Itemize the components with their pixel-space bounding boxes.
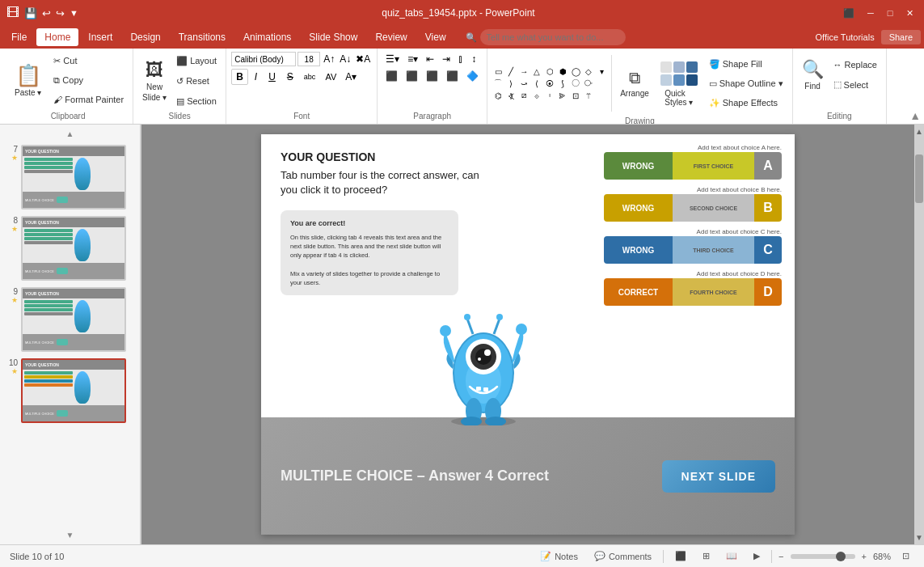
shape-effects-button[interactable]: ✨Shape Effects	[705, 94, 787, 112]
choice-b-button[interactable]: WRONG SECOND CHOICE B	[604, 194, 782, 222]
scroll-up[interactable]: ▲	[3, 128, 137, 140]
office-tutorials-link[interactable]: Office Tutorials	[815, 32, 874, 42]
menu-review[interactable]: Review	[367, 28, 415, 46]
choice-c-button[interactable]: WRONG THIRD CHOICE C	[604, 236, 782, 264]
menu-animations[interactable]: Animations	[235, 28, 299, 46]
notes-button[interactable]: 📝 Notes	[535, 549, 583, 563]
quick-styles-button[interactable]: QuickStyles ▾	[655, 61, 703, 106]
view-normal[interactable]: ⬛	[670, 549, 691, 563]
underline-button[interactable]: U	[264, 69, 281, 85]
shape3-4[interactable]: ⟐	[531, 90, 542, 101]
shape2-3[interactable]: ⤻	[518, 78, 530, 89]
layout-button[interactable]: ⬛ Layout	[172, 52, 221, 70]
menu-view[interactable]: View	[417, 28, 454, 46]
shape-hex[interactable]: ⬢	[557, 66, 568, 77]
shape3-6[interactable]: ⫸	[557, 90, 568, 101]
choice-d-button[interactable]: CORRECT FOURTH CHOICE D	[604, 278, 782, 306]
shape-ellipse[interactable]: ◯	[570, 66, 581, 77]
cut-button[interactable]: ✂Cut	[49, 52, 128, 70]
slide-8-thumbnail[interactable]: YOUR QUESTION	[21, 216, 126, 281]
zoom-increase[interactable]: +	[862, 552, 867, 561]
bullet-list[interactable]: ☰▾	[382, 52, 403, 66]
menu-insert[interactable]: Insert	[80, 28, 120, 46]
replace-button[interactable]: ↔ Replace	[829, 56, 881, 74]
font-color-button[interactable]: A▾	[342, 70, 360, 84]
restore-icon[interactable]: ⬛	[838, 6, 859, 20]
close-button[interactable]: ✕	[901, 5, 918, 21]
customize-icon[interactable]: ▼	[70, 8, 78, 18]
find-button[interactable]: 🔍 Find	[798, 52, 828, 97]
italic-button[interactable]: I	[250, 69, 262, 85]
shape3-1[interactable]: ⌬	[492, 90, 504, 101]
align-center[interactable]: ⬛	[403, 69, 421, 83]
slide-thumb-8[interactable]: 8 ★ YOUR QUESTION	[3, 214, 137, 282]
bold-button[interactable]: B	[231, 69, 248, 85]
choice-a-button[interactable]: WRONG FIRST CHOICE A	[604, 152, 782, 180]
arrange-button[interactable]: ⧉ Arrange	[616, 61, 653, 106]
shape2-7[interactable]: 〇	[570, 78, 581, 89]
select-button[interactable]: ⬚ Select	[829, 76, 881, 94]
shape-arrow[interactable]: →	[518, 66, 530, 77]
slide-7-thumbnail[interactable]: YOUR QUESTION	[21, 145, 126, 209]
menu-home[interactable]: Home	[36, 28, 78, 46]
maximize-button[interactable]: □	[882, 5, 898, 21]
fit-button[interactable]: ⊡	[897, 549, 914, 563]
reset-button[interactable]: ↺ Reset	[172, 72, 221, 90]
shape2-6[interactable]: ⟆	[557, 78, 568, 89]
ribbon-collapse[interactable]: ▲	[909, 49, 921, 124]
shape2-1[interactable]: ⌒	[492, 78, 504, 89]
increase-indent[interactable]: ⇥	[439, 52, 454, 66]
shape-line[interactable]: ╱	[505, 66, 517, 77]
shape3-7[interactable]: ⊡	[570, 90, 581, 101]
shape2-5[interactable]: ⦿	[544, 78, 555, 89]
slide-10-thumbnail[interactable]: YOUR QUESTION	[21, 358, 126, 423]
scroll-thumb[interactable]	[915, 154, 923, 203]
slide-thumb-9[interactable]: 9 ★ YOUR QUESTION	[3, 286, 137, 353]
clear-format[interactable]: ✖A	[354, 53, 372, 65]
comments-button[interactable]: 💬 Comments	[589, 549, 656, 563]
font-size-input[interactable]	[297, 52, 320, 66]
small-caps[interactable]: abc	[300, 70, 320, 83]
redo-icon[interactable]: ↪	[56, 7, 65, 19]
view-slideshow[interactable]: ▶	[749, 549, 765, 563]
shape3-8[interactable]: ⍡	[583, 90, 594, 101]
save-icon[interactable]: 💾	[24, 7, 37, 19]
shape-outline-button[interactable]: ▭Shape Outline ▾	[705, 74, 787, 92]
slide-thumb-7[interactable]: 7 ★ YOUR QUESTION	[3, 143, 137, 211]
font-size-decrease[interactable]: A↓	[338, 53, 352, 65]
line-spacing[interactable]: ↕	[468, 52, 479, 66]
shape3-3[interactable]: ⧄	[518, 90, 530, 101]
justify[interactable]: ⬛	[443, 69, 462, 83]
shape2-4[interactable]: ⟨	[531, 78, 542, 89]
canvas-scrollbar-v[interactable]: ▲ ▼	[914, 125, 924, 544]
format-painter-button[interactable]: 🖌Format Painter	[49, 91, 128, 108]
columns[interactable]: ⫿	[455, 52, 466, 66]
new-slide-button[interactable]: 🖼 New Slide ▾	[138, 58, 171, 104]
view-reading[interactable]: 📖	[721, 549, 742, 563]
menu-design[interactable]: Design	[122, 28, 168, 46]
shape3-2[interactable]: ⦖	[505, 90, 517, 101]
shape-fill-button[interactable]: 🪣Shape Fill	[705, 55, 787, 73]
shape-more[interactable]: ▾	[596, 66, 607, 77]
next-slide-button[interactable]: NEXT SLIDE	[662, 460, 775, 493]
strikethrough-button[interactable]: S	[282, 69, 298, 85]
shadow-button[interactable]: AV	[321, 70, 340, 84]
section-button[interactable]: ▤ Section	[172, 92, 221, 110]
font-name-input[interactable]	[231, 52, 296, 66]
slide-canvas[interactable]: YOUR QUESTION Tab number four is the cor…	[261, 134, 795, 535]
scroll-down-arrow[interactable]: ▼	[913, 531, 924, 544]
search-input[interactable]	[480, 29, 626, 45]
shape-tri[interactable]: △	[531, 66, 542, 77]
align-right[interactable]: ⬛	[423, 69, 441, 83]
copy-button[interactable]: ⧉Copy	[49, 71, 128, 89]
decrease-indent[interactable]: ⇤	[423, 52, 437, 66]
shape-cylinder[interactable]: ⬡	[544, 66, 555, 77]
shape3-5[interactable]: ⦂	[544, 90, 555, 101]
align-left[interactable]: ⬛	[382, 69, 401, 83]
menu-slideshow[interactable]: Slide Show	[301, 28, 365, 46]
slide-9-thumbnail[interactable]: YOUR QUESTION	[21, 287, 126, 352]
font-size-increase[interactable]: A↑	[322, 53, 336, 65]
undo-icon[interactable]: ↩	[42, 7, 51, 19]
shape2-8[interactable]: ⧂	[583, 78, 594, 89]
view-grid[interactable]: ⊞	[698, 549, 715, 563]
